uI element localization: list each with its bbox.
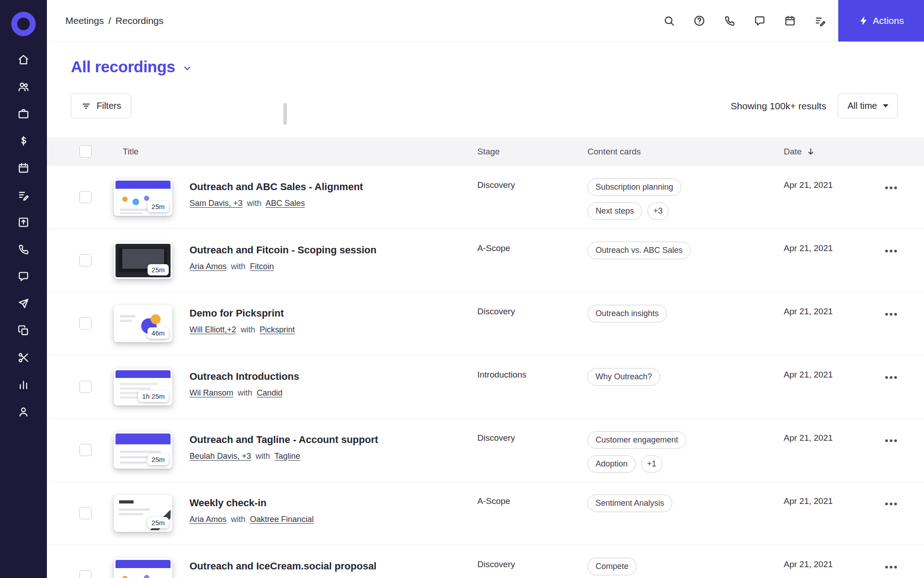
row-menu-button[interactable] [883,311,899,317]
help-icon[interactable] [693,15,705,27]
row-checkbox[interactable] [79,507,92,519]
duration-badge: 1h 25m [138,391,169,402]
row-checkbox[interactable] [79,381,92,393]
dollar-icon[interactable] [18,135,29,147]
phone-icon[interactable] [18,243,29,255]
tasks-icon[interactable] [814,15,826,27]
company-link[interactable]: Tagline [274,452,300,461]
tasks-icon[interactable] [18,189,29,201]
date-cell: Apr 21, 2021 [784,166,885,228]
send-icon[interactable] [18,298,29,309]
participants-link[interactable]: Wil Ransom [189,388,233,397]
recording-thumbnail[interactable]: 25m [114,242,172,279]
recording-title[interactable]: Weekly check-in [189,497,314,509]
results-count: Showing 100k+ results [731,101,827,112]
home-icon[interactable] [18,54,29,65]
recording-title[interactable]: Outreach and Fitcoin - Scoping session [189,244,376,256]
calendar-icon[interactable] [784,15,796,27]
recordings-table: Title Stage Content cards Date 25m Outre… [47,137,924,578]
stage-cell: Discovery [477,419,587,481]
recording-title[interactable]: Demo for Picksprint [189,308,295,319]
recording-thumbnail[interactable]: 25m [114,179,172,216]
content-card-pill[interactable]: Sentiment Analysis [587,494,672,512]
participants-link[interactable]: Will Elliott,+2 [189,325,236,334]
table-row: 46m Demo for Picksprint Will Elliott,+2 … [47,292,924,355]
content-card-pill[interactable]: +3 [647,202,669,220]
outreach-logo[interactable] [11,12,36,36]
row-menu-button[interactable] [883,438,899,444]
participants-link[interactable]: Beulah Davis, +3 [189,452,251,461]
row-menu-button[interactable] [883,564,899,570]
search-icon[interactable] [663,15,675,27]
scissors-icon[interactable] [18,352,29,364]
time-filter-dropdown[interactable]: All time [838,93,898,118]
recording-thumbnail[interactable] [114,558,172,578]
recording-thumbnail[interactable]: 1h 25m [114,368,172,406]
recording-title[interactable]: Outreach and IceCream.social proposal [189,560,376,572]
company-link[interactable]: Picksprint [260,325,295,334]
participants-link[interactable]: Aria Amos [189,262,226,271]
breadcrumb-section[interactable]: Meetings [65,15,104,26]
content-card-pill[interactable]: Outreach insights [587,305,667,322]
date-cell: Apr 21, 2021 [784,482,885,545]
participants-link[interactable]: Aria Amos [189,515,226,524]
column-header-date[interactable]: Date [784,147,885,157]
content-cards-cell: Customer engagementAdoption+1 [587,419,732,481]
row-menu-button[interactable] [883,185,899,191]
thumbnail-preview [116,560,171,578]
row-menu-button[interactable] [883,374,899,381]
copy-icon[interactable] [18,325,29,336]
view-selector[interactable]: All recordings [71,57,898,77]
content-card-pill[interactable]: Compete [587,558,637,575]
chat-icon[interactable] [754,15,766,27]
content-card-pill[interactable]: Subscription planning [587,178,681,196]
caret-down-icon [883,104,888,107]
recording-title[interactable]: Outreach and ABC Sales - Alignment [189,181,363,193]
calendar-icon[interactable] [18,162,29,174]
content-card-pill[interactable]: Adoption [587,455,636,473]
content-card-pill[interactable]: Outreach vs. ABC Sales [587,242,691,259]
recording-title[interactable]: Outreach and Tagline - Account support [189,434,378,446]
content-card-pill[interactable]: Why Outreach? [587,368,660,386]
company-link[interactable]: ABC Sales [266,199,305,208]
phone-icon[interactable] [724,15,735,27]
stage-cell: Discovery [477,166,587,228]
outbox-icon[interactable] [18,216,29,228]
stage-cell: A-Scope [477,229,587,292]
bar-chart-icon[interactable] [18,379,29,391]
row-checkbox[interactable] [79,317,92,330]
people-icon[interactable] [18,81,29,93]
row-checkbox[interactable] [79,191,92,203]
row-checkbox[interactable] [79,444,92,456]
company-link[interactable]: Oaktree Financial [250,515,314,524]
breadcrumb-page: Recordings [116,15,163,26]
row-checkbox[interactable] [79,254,92,266]
sidebar-nav [18,54,29,418]
filters-button[interactable]: Filters [71,93,131,118]
select-all-checkbox[interactable] [79,145,92,158]
row-checkbox[interactable] [79,570,92,578]
row-menu-button[interactable] [883,248,899,254]
recording-title[interactable]: Outreach Introductions [189,371,299,382]
table-row: 25m Outreach and ABC Sales - Alignment S… [47,166,924,229]
sort-arrow-icon [806,147,815,156]
company-link[interactable]: Fitcoin [250,262,274,271]
company-link[interactable]: Candid [257,388,282,397]
recording-thumbnail[interactable]: 25m [114,432,172,469]
content-card-pill[interactable]: Next steps [587,202,642,220]
briefcase-icon[interactable] [18,108,29,120]
participants-link[interactable]: Sam Davis, +3 [189,199,243,208]
date-cell: Apr 21, 2021 [784,292,885,355]
actions-button[interactable]: Actions [838,0,924,42]
recording-subtitle: Aria Amos with Fitcoin [189,261,376,271]
row-menu-button[interactable] [883,501,899,507]
chat-icon[interactable] [18,270,29,282]
recording-thumbnail[interactable]: 46m [114,305,172,342]
content-card-pill[interactable]: Customer engagement [587,431,686,449]
filter-icon [81,101,91,111]
scrollbar-thumb[interactable] [283,103,287,125]
recording-thumbnail[interactable]: 25m [114,495,172,532]
recording-subtitle: Wil Ransom with Candid [189,388,299,398]
profile-icon[interactable] [18,406,29,418]
content-card-pill[interactable]: +1 [641,455,662,473]
